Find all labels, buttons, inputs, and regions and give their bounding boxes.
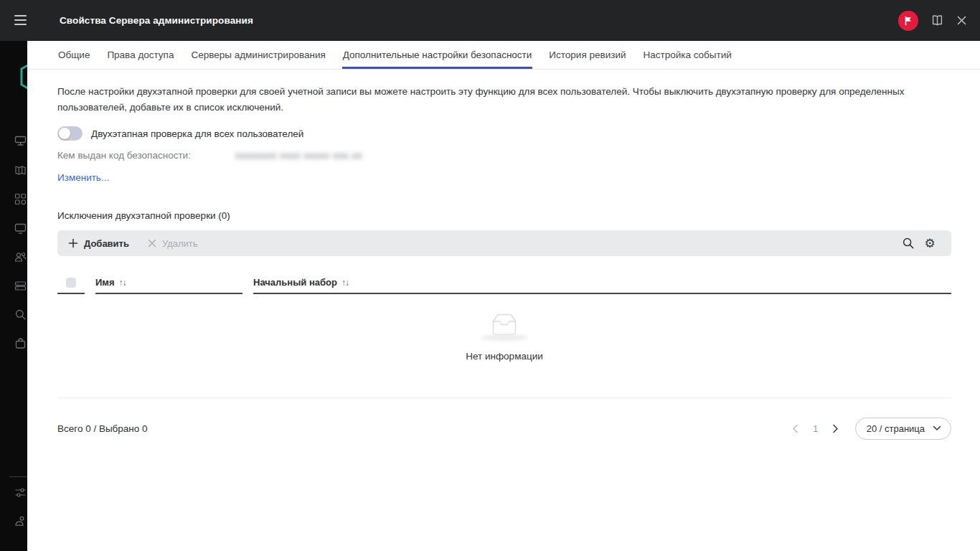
add-button-label: Добавить — [84, 238, 129, 249]
help-book-icon[interactable] — [930, 14, 944, 27]
title-bar-actions — [898, 0, 967, 41]
tab-access-rights[interactable]: Права доступа — [106, 41, 174, 69]
toggle-knob — [59, 128, 70, 139]
current-page-number[interactable]: 1 — [805, 423, 826, 434]
cross-icon — [148, 239, 156, 248]
flag-badge-icon[interactable] — [898, 11, 918, 31]
column-initial-set-label: Начальный набор — [253, 277, 337, 288]
two-step-verification-description: После настройки двухэтапной проверки для… — [57, 84, 947, 116]
main-panel: Общие Права доступа Серверы администриро… — [27, 41, 980, 551]
table-settings-gear-icon[interactable]: ⚙ — [919, 237, 941, 250]
servers-stack-icon[interactable] — [14, 279, 27, 293]
empty-table-state: Нет информации — [57, 294, 951, 398]
hamburger-menu-icon[interactable] — [14, 15, 27, 25]
tab-bar: Общие Права доступа Серверы администриро… — [27, 41, 980, 70]
table-footer: Всего 0 / Выбрано 0 1 20 / страница — [57, 398, 951, 458]
add-button[interactable]: Добавить — [68, 238, 129, 249]
assets-grid-icon[interactable] — [14, 192, 27, 206]
sort-arrows-icon: ↑↓ — [119, 278, 126, 288]
marketplace-bag-icon[interactable] — [14, 336, 27, 350]
window-title: Свойства Сервера администрирования — [60, 15, 253, 26]
tab-administration-servers[interactable]: Серверы администрирования — [190, 41, 326, 69]
gear-icon: ⚙ — [924, 237, 935, 250]
brand-hexagon-logo — [19, 60, 27, 96]
select-all-checkbox[interactable] — [57, 272, 85, 294]
column-header-initial-set[interactable]: Начальный набор ↑↓ — [253, 272, 951, 294]
admin-server-properties-window: Свойства Сервера администрирования — [0, 0, 980, 551]
pagination: 1 20 / страница — [786, 418, 951, 440]
page-size-label: 20 / страница — [867, 423, 925, 434]
empty-icon-shadow — [481, 334, 528, 341]
title-bar: Свойства Сервера администрирования — [0, 0, 980, 41]
page-size-select[interactable]: 20 / страница — [855, 418, 951, 440]
account-icon[interactable] — [14, 514, 27, 528]
change-link[interactable]: Изменить... — [57, 172, 109, 183]
table-search-icon[interactable] — [897, 237, 919, 250]
empty-table-text: Нет информации — [466, 351, 542, 362]
exclusions-toolbar: Добавить Удалить ⚙ — [57, 230, 951, 256]
security-code-issuer-label: Кем выдан код безопасности: — [57, 150, 191, 161]
close-icon[interactable] — [956, 15, 967, 26]
table-header-row: Имя ↑↓ Начальный набор ↑↓ — [57, 272, 951, 294]
tab-additional-security-settings[interactable]: Дополнительные настройки безопасности — [342, 41, 533, 69]
next-page-chevron-icon[interactable] — [826, 424, 845, 433]
sort-arrows-icon: ↑↓ — [341, 278, 349, 288]
plus-icon — [68, 238, 78, 248]
chevron-down-icon — [933, 425, 941, 431]
tab-revision-history[interactable]: История ревизий — [548, 41, 626, 69]
two-step-verification-toggle[interactable] — [57, 126, 83, 141]
empty-inbox-icon — [488, 313, 521, 337]
column-header-name[interactable]: Имя ↑↓ — [95, 272, 242, 294]
users-icon[interactable] — [14, 250, 27, 264]
monitoring-icon[interactable] — [14, 134, 27, 148]
devices-monitor-icon[interactable] — [14, 222, 27, 235]
navigation-sidebar — [0, 41, 27, 551]
column-name-label: Имя — [95, 277, 115, 288]
console-settings-icon[interactable] — [14, 486, 27, 499]
exclusions-section-title: Исключения двухэтапной проверки (0) — [57, 210, 951, 221]
previous-page-chevron-icon[interactable] — [786, 424, 805, 433]
security-code-issuer-value-redacted: xxxxxxxx xxxx xxxxx xxx.xx — [235, 151, 362, 161]
delete-button-label: Удалить — [162, 238, 198, 249]
delete-button-disabled[interactable]: Удалить — [148, 238, 198, 249]
search-icon[interactable] — [14, 308, 27, 321]
sidebar-divider — [9, 476, 27, 477]
guide-book-icon[interactable] — [14, 164, 27, 177]
checkbox-icon — [66, 278, 76, 288]
tab-general[interactable]: Общие — [57, 41, 90, 69]
selection-summary: Всего 0 / Выбрано 0 — [57, 423, 148, 434]
tab-event-configuration[interactable]: Настройка событий — [642, 41, 732, 69]
toggle-label: Двухэтапная проверка для всех пользовате… — [91, 128, 303, 139]
